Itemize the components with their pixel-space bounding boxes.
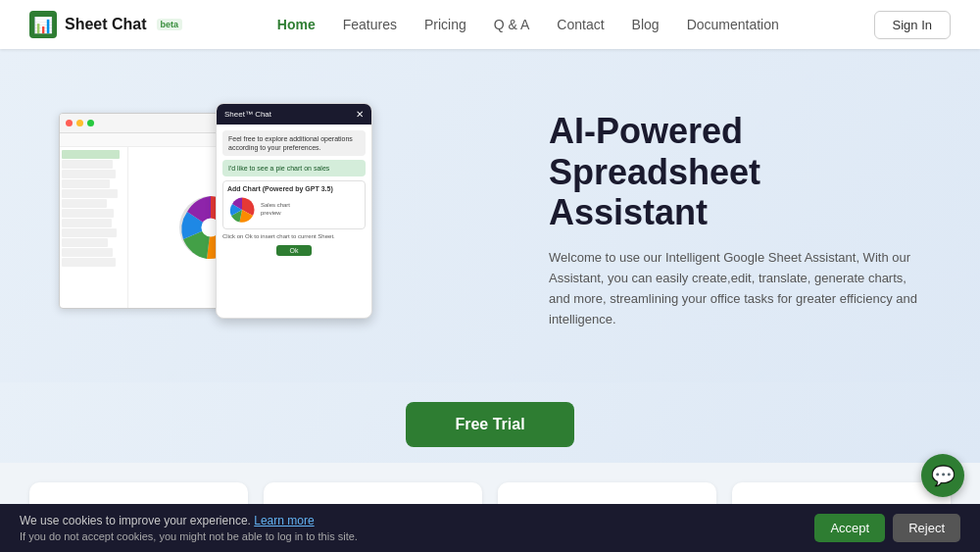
chat-btn-row: Ok xyxy=(222,245,366,256)
mini-pie-chart xyxy=(227,195,257,225)
cookie-learn-more-link[interactable]: Learn more xyxy=(254,514,314,527)
nav-blog[interactable]: Blog xyxy=(632,16,660,33)
nav-links: Home Features Pricing Q & A Contact Blog… xyxy=(277,16,779,33)
hero-text: AI-Powered Spreadsheet Assistant Welcome… xyxy=(549,111,921,329)
chat-card-text: Sales chartpreview xyxy=(261,202,290,218)
chat-fab-button[interactable]: 💬 xyxy=(921,454,964,497)
chat-fab-icon: 💬 xyxy=(931,464,956,487)
nav-home[interactable]: Home xyxy=(277,16,316,33)
cookie-buttons: Accept Reject xyxy=(814,514,960,542)
hero-description: Welcome to use our Intelligent Google Sh… xyxy=(549,248,921,329)
chat-close-icon[interactable]: ✕ xyxy=(356,109,364,120)
chat-title: Sheet™ Chat xyxy=(224,110,271,119)
signin-button[interactable]: Sign In xyxy=(874,11,951,39)
free-trial-button[interactable]: Free Trial xyxy=(406,402,573,447)
chat-mockup: Sheet™ Chat ✕ Feel free to explore addit… xyxy=(216,103,372,319)
hero-section: Sheet™ Chat ✕ Feel free to explore addit… xyxy=(0,49,980,382)
cookie-banner: We use cookies to improve your experienc… xyxy=(0,504,980,552)
logo-area: 📊 Sheet Chat beta xyxy=(29,11,182,38)
cookie-reject-button[interactable]: Reject xyxy=(893,514,960,542)
svg-text:📊: 📊 xyxy=(33,16,53,34)
beta-badge: beta xyxy=(157,19,183,30)
nav-qa[interactable]: Q & A xyxy=(494,16,530,33)
hero-image: Sheet™ Chat ✕ Feel free to explore addit… xyxy=(59,103,372,338)
nav-documentation[interactable]: Documentation xyxy=(687,16,779,33)
logo-icon: 📊 xyxy=(29,11,57,38)
navbar: 📊 Sheet Chat beta Home Features Pricing … xyxy=(0,0,980,49)
brand-name: Sheet Chat xyxy=(65,16,147,33)
cookie-line1: We use cookies to improve your experienc… xyxy=(20,514,814,527)
nav-pricing[interactable]: Pricing xyxy=(424,16,466,33)
cookie-accept-button[interactable]: Accept xyxy=(814,514,885,542)
chat-message-1: Feel free to explore additional operatio… xyxy=(222,130,366,156)
hero-title: AI-Powered Spreadsheet Assistant xyxy=(549,111,921,232)
nav-features[interactable]: Features xyxy=(343,16,397,33)
ss-col-left xyxy=(60,147,128,308)
chat-body: Feel free to explore additional operatio… xyxy=(217,125,371,262)
nav-contact[interactable]: Contact xyxy=(557,16,604,33)
chat-card: Add Chart (Powered by GPT 3.5) Sales cha… xyxy=(222,180,366,229)
cookie-text: We use cookies to improve your experienc… xyxy=(20,514,814,542)
ss-dot-yellow xyxy=(76,120,83,126)
chat-user-msg: I'd like to see a pie chart on sales xyxy=(222,160,366,176)
chat-header: Sheet™ Chat ✕ xyxy=(217,104,371,125)
ss-dot-red xyxy=(66,120,73,126)
cookie-line2: If you do not accept cookies, you might … xyxy=(20,530,814,542)
chat-card-title: Add Chart (Powered by GPT 3.5) xyxy=(227,185,361,192)
chat-ok-button[interactable]: Ok xyxy=(276,245,313,256)
chat-card-content: Sales chartpreview xyxy=(227,195,361,225)
chat-action-text: Click on Ok to insert chart to current S… xyxy=(222,233,366,241)
ss-dot-green xyxy=(87,120,94,126)
cta-section: Free Trial xyxy=(0,382,980,463)
